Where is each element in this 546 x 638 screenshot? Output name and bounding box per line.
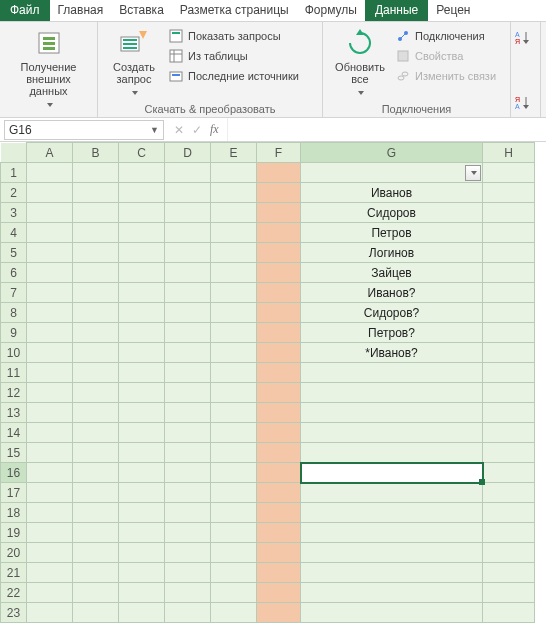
cell-G9[interactable]: Петров? — [301, 323, 483, 343]
cell-A2[interactable] — [27, 183, 73, 203]
tab-page-layout[interactable]: Разметка страницы — [172, 0, 297, 21]
tab-file[interactable]: Файл — [0, 0, 50, 21]
cell-A14[interactable] — [27, 423, 73, 443]
cell-G21[interactable] — [301, 563, 483, 583]
cell-F6[interactable] — [257, 263, 301, 283]
col-header-E[interactable]: E — [211, 143, 257, 163]
cell-G12[interactable] — [301, 383, 483, 403]
cell-E17[interactable] — [211, 483, 257, 503]
cell-B9[interactable] — [73, 323, 119, 343]
cell-F23[interactable] — [257, 603, 301, 623]
recent-sources-button[interactable]: Последние источники — [168, 67, 299, 85]
cell-G23[interactable] — [301, 603, 483, 623]
col-header-D[interactable]: D — [165, 143, 211, 163]
cell-F15[interactable] — [257, 443, 301, 463]
cell-D15[interactable] — [165, 443, 211, 463]
cell-F7[interactable] — [257, 283, 301, 303]
cell-H8[interactable] — [483, 303, 535, 323]
row-header-14[interactable]: 14 — [1, 423, 27, 443]
cell-A4[interactable] — [27, 223, 73, 243]
cell-C10[interactable] — [119, 343, 165, 363]
fx-icon[interactable]: fx — [210, 122, 219, 137]
cell-G6[interactable]: Зайцев — [301, 263, 483, 283]
cell-F2[interactable] — [257, 183, 301, 203]
cell-F20[interactable] — [257, 543, 301, 563]
cell-A3[interactable] — [27, 203, 73, 223]
tab-data[interactable]: Данные — [365, 0, 428, 21]
cell-C3[interactable] — [119, 203, 165, 223]
cell-D20[interactable] — [165, 543, 211, 563]
cell-H3[interactable] — [483, 203, 535, 223]
cell-G15[interactable] — [301, 443, 483, 463]
cell-D16[interactable] — [165, 463, 211, 483]
cell-B18[interactable] — [73, 503, 119, 523]
cell-E8[interactable] — [211, 303, 257, 323]
row-header-6[interactable]: 6 — [1, 263, 27, 283]
cell-E13[interactable] — [211, 403, 257, 423]
cell-C20[interactable] — [119, 543, 165, 563]
cell-A7[interactable] — [27, 283, 73, 303]
cell-D7[interactable] — [165, 283, 211, 303]
cell-D9[interactable] — [165, 323, 211, 343]
cell-G10[interactable]: *Иванов? — [301, 343, 483, 363]
cell-C15[interactable] — [119, 443, 165, 463]
cell-E6[interactable] — [211, 263, 257, 283]
cell-E5[interactable] — [211, 243, 257, 263]
cell-B2[interactable] — [73, 183, 119, 203]
connections-button[interactable]: Подключения — [395, 27, 496, 45]
cell-E22[interactable] — [211, 583, 257, 603]
cell-G17[interactable] — [301, 483, 483, 503]
cell-C7[interactable] — [119, 283, 165, 303]
cell-A1[interactable] — [27, 163, 73, 183]
cell-F9[interactable] — [257, 323, 301, 343]
cell-E16[interactable] — [211, 463, 257, 483]
cell-F11[interactable] — [257, 363, 301, 383]
cell-E20[interactable] — [211, 543, 257, 563]
cell-G5[interactable]: Логинов — [301, 243, 483, 263]
row-header-18[interactable]: 18 — [1, 503, 27, 523]
cell-E2[interactable] — [211, 183, 257, 203]
cell-E23[interactable] — [211, 603, 257, 623]
cell-E21[interactable] — [211, 563, 257, 583]
row-header-9[interactable]: 9 — [1, 323, 27, 343]
row-header-10[interactable]: 10 — [1, 343, 27, 363]
tab-review[interactable]: Рецен — [428, 0, 478, 21]
cell-A22[interactable] — [27, 583, 73, 603]
cell-B19[interactable] — [73, 523, 119, 543]
cell-B20[interactable] — [73, 543, 119, 563]
row-header-7[interactable]: 7 — [1, 283, 27, 303]
cell-E18[interactable] — [211, 503, 257, 523]
cell-A12[interactable] — [27, 383, 73, 403]
cell-C16[interactable] — [119, 463, 165, 483]
cell-G22[interactable] — [301, 583, 483, 603]
cell-E12[interactable] — [211, 383, 257, 403]
cell-C21[interactable] — [119, 563, 165, 583]
cell-E15[interactable] — [211, 443, 257, 463]
cell-B16[interactable] — [73, 463, 119, 483]
cell-B3[interactable] — [73, 203, 119, 223]
cell-B15[interactable] — [73, 443, 119, 463]
cell-B23[interactable] — [73, 603, 119, 623]
cell-G1[interactable] — [301, 163, 483, 183]
row-header-16[interactable]: 16 — [1, 463, 27, 483]
cell-C5[interactable] — [119, 243, 165, 263]
cell-F21[interactable] — [257, 563, 301, 583]
cell-G7[interactable]: Иванов? — [301, 283, 483, 303]
cell-H17[interactable] — [483, 483, 535, 503]
row-header-23[interactable]: 23 — [1, 603, 27, 623]
cell-B4[interactable] — [73, 223, 119, 243]
name-box[interactable]: G16 ▼ — [4, 120, 164, 140]
cell-D13[interactable] — [165, 403, 211, 423]
cell-D2[interactable] — [165, 183, 211, 203]
cell-F22[interactable] — [257, 583, 301, 603]
col-header-H[interactable]: H — [483, 143, 535, 163]
cell-E4[interactable] — [211, 223, 257, 243]
select-all-corner[interactable] — [1, 143, 27, 163]
row-header-2[interactable]: 2 — [1, 183, 27, 203]
cell-C9[interactable] — [119, 323, 165, 343]
cell-H16[interactable] — [483, 463, 535, 483]
cell-C17[interactable] — [119, 483, 165, 503]
cell-F16[interactable] — [257, 463, 301, 483]
cell-G13[interactable] — [301, 403, 483, 423]
cell-D1[interactable] — [165, 163, 211, 183]
